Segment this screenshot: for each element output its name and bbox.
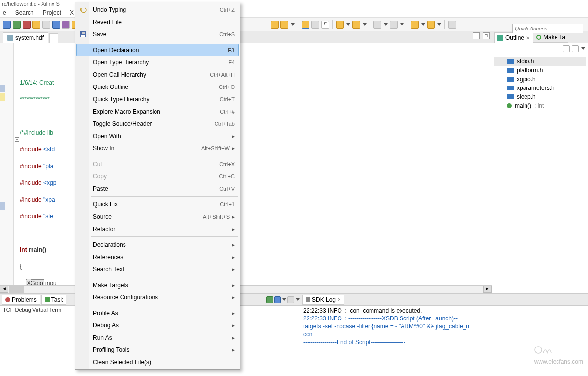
outline-item-main[interactable]: main(): int [494,101,586,110]
nav-fwd-icon[interactable] [352,21,360,29]
highlight-icon[interactable] [302,21,309,29]
box-icon[interactable] [42,21,50,29]
tab-make-targets[interactable]: Make Ta [533,32,568,43]
tool-icon[interactable] [62,21,70,29]
brush-icon[interactable] [280,21,288,29]
tab-outline[interactable]: Outline ✕ [494,32,533,43]
menu-item-explore-macro-expansion[interactable]: Explore Macro ExpansionCtrl+# [76,105,239,117]
build-icon[interactable] [32,21,40,29]
block-icon[interactable] [311,21,319,29]
menu-item-clean-selected-file-s[interactable]: Clean Selected File(s) [76,356,239,368]
quick-access-input[interactable] [512,24,583,33]
menu-item-revert-file[interactable]: Revert File [76,16,239,28]
chevron-down-icon[interactable] [363,23,367,26]
menu-item-open-with[interactable]: Open With▸ [76,130,239,142]
minimize-icon[interactable]: – [473,32,480,39]
pin-icon[interactable] [448,21,456,29]
menu-item-paste[interactable]: PasteCtrl+V [76,182,239,195]
menu-item-search-text[interactable]: Search Text▸ [76,263,239,275]
back-icon[interactable] [411,21,419,29]
menu-item-label: Declarations [93,241,230,248]
tab-tasks[interactable]: Task [41,295,67,305]
menu-item-show-in[interactable]: Show InAlt+Shift+W▸ [76,142,239,154]
run-icon[interactable] [13,21,21,29]
menu-item-declarations[interactable]: Declarations▸ [76,238,239,251]
chevron-down-icon[interactable] [291,23,295,26]
menu-item-open-call-hierarchy[interactable]: Open Call HierarchyCtrl+Alt+H [76,68,239,81]
maximize-icon[interactable]: □ [483,32,490,39]
log-output[interactable]: 22:22:33 INFO : con command is executed.… [300,306,588,376]
annotation-prev-icon[interactable] [373,21,381,29]
menu-item[interactable]: e [3,9,6,16]
chevron-down-icon[interactable] [437,23,441,26]
menu-item-debug-as[interactable]: Debug As▸ [76,319,239,331]
chevron-right-icon: ▸ [230,213,235,220]
close-icon[interactable]: ✕ [337,297,341,302]
menu-item-undo-typing[interactable]: Undo TypingCtrl+Z [76,3,239,16]
horizontal-scrollbar[interactable]: ◀ ▶ [0,285,492,293]
menu-item-toggle-source-header[interactable]: Toggle Source/HeaderCtrl+Tab [76,117,239,130]
svg-rect-1 [81,35,85,37]
menu-item-source[interactable]: SourceAlt+Shift+S▸ [76,210,239,223]
menu-item-make-targets[interactable]: Make Targets▸ [76,279,239,291]
chevron-right-icon: ▸ [230,347,235,353]
outline-item-stdio[interactable]: stdio.h [494,57,586,66]
menu-item-run-as[interactable]: Run As▸ [76,331,239,344]
new-icon[interactable] [3,21,11,29]
chevron-down-icon[interactable] [384,23,388,26]
code-editor[interactable]: − 1/6/14: Creat ************* /*#include… [0,43,492,285]
annotation-next-icon[interactable] [390,21,398,29]
scroll-right-icon[interactable]: ▶ [483,286,492,293]
chevron-down-icon[interactable] [400,23,404,26]
monitor-icon[interactable] [274,296,281,303]
tool-icon[interactable] [52,21,60,29]
tool-icon[interactable] [287,296,294,303]
outline-tree[interactable]: stdio.h platform.h xgpio.h xparameters.h… [492,54,588,293]
scroll-left-icon[interactable]: ◀ [0,286,8,293]
code-text: #include [20,196,42,203]
menu-item-open-type-hierarchy[interactable]: Open Type HierarchyF4 [76,56,239,68]
tab-sdk-log[interactable]: SDK Log ✕ [302,295,344,305]
outline-item-xparameters[interactable]: xparameters.h [494,84,586,92]
editor-tab-system-hdf[interactable]: system.hdf [3,32,48,43]
outline-item-platform[interactable]: platform.h [494,66,586,75]
chevron-down-icon[interactable] [296,298,300,301]
filter-icon[interactable] [563,45,570,52]
outline-item-xgpio[interactable]: xgpio.h [494,75,586,84]
stop-icon[interactable] [23,21,31,29]
menu-item-search[interactable]: Search [15,9,34,16]
folder-open-icon[interactable] [271,21,279,29]
menu-item-profiling-tools[interactable]: Profiling Tools▸ [76,344,239,356]
scroll-thumb[interactable] [9,286,24,293]
sort-icon[interactable] [572,45,579,52]
menu-item-open-declaration[interactable]: Open DeclarationF3 [76,44,239,56]
close-icon[interactable]: ✕ [526,35,530,41]
menu-item-references[interactable]: References▸ [76,251,239,263]
chevron-down-icon[interactable] [421,23,425,26]
menu-item-refactor[interactable]: Refactor▸ [76,223,239,235]
menu-item-save[interactable]: SaveCtrl+S [76,28,239,40]
editor-tab[interactable] [49,33,58,43]
chevron-down-icon[interactable] [346,23,350,26]
menu-item-resource-configurations[interactable]: Resource Configurations▸ [76,291,239,303]
outline-item-sleep[interactable]: sleep.h [494,92,586,101]
chevron-down-icon[interactable] [282,298,286,301]
include-icon [507,77,514,82]
tasks-icon [45,297,50,302]
forward-icon[interactable] [427,21,435,29]
menu-item[interactable]: X [70,9,74,16]
tab-problems[interactable]: Problems [2,295,40,305]
menu-item-label: Show In [93,145,201,152]
fold-collapse-icon[interactable]: − [15,137,19,142]
code-text: #include [20,163,42,170]
menu-item-quick-outline[interactable]: Quick OutlineCtrl+O [76,81,239,93]
tool-icon[interactable] [266,296,273,303]
nav-back-icon[interactable] [336,21,344,29]
menu-item-profile-as[interactable]: Profile As▸ [76,307,239,319]
menu-item-project[interactable]: Project [43,9,61,16]
menu-item-quick-fix[interactable]: Quick FixCtrl+1 [76,198,239,210]
menu-item-quick-type-hierarchy[interactable]: Quick Type HierarchyCtrl+T [76,93,239,105]
menu-item-label: Quick Outline [93,84,219,90]
chevron-down-icon[interactable] [581,47,585,50]
pilcrow-icon[interactable]: ¶ [321,21,329,29]
